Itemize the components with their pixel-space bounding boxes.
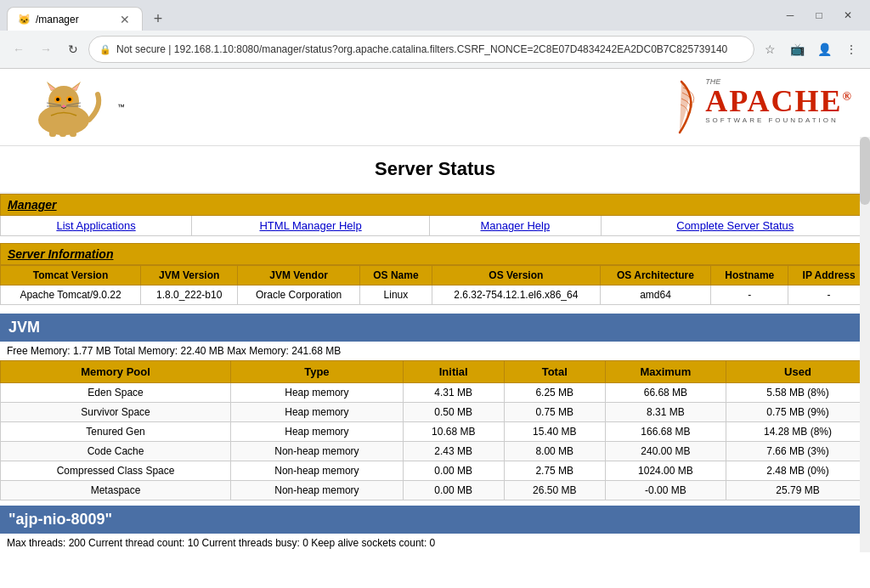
val-os-name: Linux <box>359 286 432 305</box>
tab-close-button[interactable]: ✕ <box>118 13 132 26</box>
col-jvm-version: JVM Version <box>141 266 238 286</box>
lock-icon: 🔒 <box>99 44 111 55</box>
cast-button[interactable]: 📺 <box>785 37 809 61</box>
url-text: Not secure | 192.168.1.10:8080/manager/s… <box>116 43 743 55</box>
manager-section-header: Manager <box>1 195 870 216</box>
list-applications-link[interactable]: List Applications <box>56 219 135 232</box>
ajp-section-header: "ajp-nio-8009" <box>0 506 870 534</box>
scrollbar-track[interactable] <box>860 137 870 552</box>
memory-cell-1-0: Survivor Space <box>1 403 231 422</box>
manager-help-link[interactable]: Manager Help <box>480 219 550 232</box>
apache-subtitle: SOFTWARE FOUNDATION <box>705 116 853 124</box>
col-jvm-vendor: JVM Vendor <box>238 266 359 286</box>
memory-cell-4-0: Compressed Class Space <box>1 461 231 481</box>
memory-columns-row: Memory Pool Type Initial Total Maximum U… <box>1 361 870 383</box>
memory-cell-4-1: Non-heap memory <box>231 461 404 481</box>
svg-rect-16 <box>59 132 66 137</box>
scrollbar-thumb[interactable] <box>860 137 870 205</box>
bookmark-button[interactable]: ☆ <box>758 37 782 61</box>
val-tomcat-version: Apache Tomcat/9.0.22 <box>1 286 141 305</box>
html-manager-help-link[interactable]: HTML Manager Help <box>259 219 361 232</box>
content-area: ™ THE <box>0 69 870 552</box>
memory-cell-0-3: 6.25 MB <box>504 383 605 403</box>
memory-cell-1-5: 0.75 MB (9%) <box>726 403 870 422</box>
col-os-version: OS Version <box>432 266 601 286</box>
memory-cell-4-3: 2.75 MB <box>504 461 605 481</box>
jvm-memory-info: Free Memory: 1.77 MB Total Memory: 22.40… <box>0 342 870 360</box>
profile-button[interactable]: 👤 <box>812 37 836 61</box>
svg-rect-17 <box>70 132 76 137</box>
svg-rect-15 <box>49 130 56 137</box>
memory-cell-2-0: Tenured Gen <box>1 422 231 442</box>
maximize-button[interactable]: □ <box>807 3 831 27</box>
col-memory-pool: Memory Pool <box>1 361 231 383</box>
apache-logo: THE APACHE® SOFTWARE FOUNDATION <box>664 77 853 137</box>
page-title: Server Status <box>0 146 870 194</box>
server-info-section-header: Server Information <box>1 244 870 265</box>
memory-table-row: Survivor SpaceHeap memory0.50 MB0.75 MB8… <box>1 403 870 422</box>
memory-table-row: Tenured GenHeap memory10.68 MB15.40 MB16… <box>1 422 870 442</box>
memory-cell-5-0: Metaspace <box>1 481 231 500</box>
val-os-arch: amd64 <box>600 286 711 305</box>
browser-controls: ← → ↻ 🔒 Not secure | 192.168.1.10:8080/m… <box>0 31 870 68</box>
col-maximum: Maximum <box>605 361 726 383</box>
refresh-button[interactable]: ↻ <box>61 37 85 61</box>
memory-cell-2-4: 166.68 MB <box>605 422 726 442</box>
memory-cell-2-2: 10.68 MB <box>403 422 504 442</box>
active-tab[interactable]: 🐱 /manager ✕ <box>7 7 143 31</box>
memory-cell-3-3: 8.00 MB <box>504 442 605 461</box>
memory-cell-3-2: 2.43 MB <box>403 442 504 461</box>
col-used: Used <box>726 361 870 383</box>
memory-cell-0-0: Eden Space <box>1 383 231 403</box>
memory-cell-5-5: 25.79 MB <box>726 481 870 500</box>
col-memory-type: Type <box>231 361 404 383</box>
address-bar[interactable]: 🔒 Not secure | 192.168.1.10:8080/manager… <box>88 36 754 63</box>
server-info-columns-row: Tomcat Version JVM Version JVM Vendor OS… <box>1 266 870 286</box>
menu-button[interactable]: ⋮ <box>839 37 863 61</box>
manager-header-row: Manager <box>1 195 870 216</box>
tab-title: /manager <box>36 14 111 25</box>
manager-help-cell: Manager Help <box>430 216 601 236</box>
tab-bar: 🐱 /manager ✕ + ─ □ ✕ <box>0 0 870 31</box>
complete-server-status-cell: Complete Server Status <box>601 216 869 236</box>
memory-cell-5-4: -0.00 MB <box>605 481 726 500</box>
svg-point-9 <box>68 98 71 101</box>
new-tab-button[interactable]: + <box>146 7 170 31</box>
val-hostname: - <box>711 286 788 305</box>
complete-server-status-link[interactable]: Complete Server Status <box>676 219 794 232</box>
memory-cell-0-1: Heap memory <box>231 383 404 403</box>
memory-table-row: Eden SpaceHeap memory4.31 MB6.25 MB66.68… <box>1 383 870 403</box>
page-wrapper: ™ THE <box>0 69 870 552</box>
ajp-info-text: Max threads: 200 Current thread count: 1… <box>0 534 870 552</box>
manager-table: Manager List Applications HTML Manager H… <box>0 194 870 236</box>
memory-cell-1-2: 0.50 MB <box>403 403 504 422</box>
forward-button[interactable]: → <box>34 37 58 61</box>
manager-nav-row: List Applications HTML Manager Help Mana… <box>1 216 870 236</box>
tomcat-cat-image <box>17 77 110 137</box>
memory-cell-3-4: 240.00 MB <box>605 442 726 461</box>
memory-cell-3-5: 7.66 MB (3%) <box>726 442 870 461</box>
svg-point-8 <box>56 98 59 101</box>
col-tomcat-version: Tomcat Version <box>1 266 141 286</box>
val-os-version: 2.6.32-754.12.1.el6.x86_64 <box>432 286 601 305</box>
tab-favicon: 🐱 <box>18 14 31 25</box>
col-total: Total <box>504 361 605 383</box>
svg-point-1 <box>48 86 79 116</box>
col-ip-address: IP Address <box>788 266 870 286</box>
memory-cell-0-5: 5.58 MB (8%) <box>726 383 870 403</box>
memory-pool-table: Memory Pool Type Initial Total Maximum U… <box>0 360 870 500</box>
list-applications-cell: List Applications <box>1 216 192 236</box>
memory-cell-4-2: 0.00 MB <box>403 461 504 481</box>
back-button[interactable]: ← <box>7 37 31 61</box>
minimize-button[interactable]: ─ <box>778 3 802 27</box>
memory-cell-4-4: 1024.00 MB <box>605 461 726 481</box>
page-content: ™ THE <box>0 69 870 552</box>
server-info-data-row: Apache Tomcat/9.0.22 1.8.0_222-b10 Oracl… <box>1 286 870 305</box>
val-jvm-vendor: Oracle Corporation <box>238 286 359 305</box>
tomcat-logo: ™ <box>17 77 125 137</box>
close-window-button[interactable]: ✕ <box>836 3 860 27</box>
server-info-data-table: Tomcat Version JVM Version JVM Vendor OS… <box>0 265 870 305</box>
apache-title-text: APACHE® <box>705 86 853 116</box>
memory-cell-5-1: Non-heap memory <box>231 481 404 500</box>
memory-cell-4-5: 2.48 MB (0%) <box>726 461 870 481</box>
